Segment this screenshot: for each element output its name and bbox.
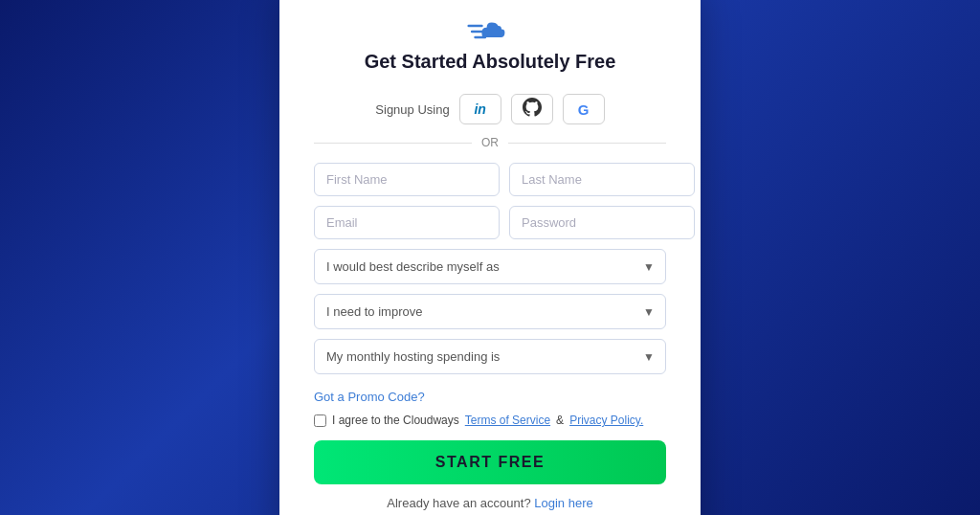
terms-of-service-link[interactable]: Terms of Service	[465, 414, 550, 427]
signup-using-row: Signup Using in G	[314, 94, 666, 124]
linkedin-icon: in	[474, 101, 485, 117]
logo-area: Get Started Absolutely Free	[314, 9, 666, 84]
email-input[interactable]	[314, 206, 500, 239]
start-free-button[interactable]: START FREE	[314, 440, 666, 484]
name-row	[314, 163, 666, 196]
last-name-input[interactable]	[509, 163, 695, 196]
linkedin-button[interactable]: in	[459, 94, 501, 124]
spending-select[interactable]: My monthly hosting spending is $0-$50 $5…	[314, 339, 666, 374]
github-button[interactable]	[511, 94, 553, 124]
first-name-input[interactable]	[314, 163, 500, 196]
divider-line-left	[314, 143, 472, 144]
improve-select-wrapper: I need to improve Performance Security S…	[314, 294, 666, 329]
github-icon	[523, 98, 542, 122]
login-row: Already have an account? Login here	[314, 496, 666, 510]
google-button[interactable]: G	[563, 94, 605, 124]
email-password-row	[314, 206, 666, 239]
and-text: &	[556, 414, 564, 427]
or-divider: OR	[314, 136, 666, 149]
login-link[interactable]: Login here	[534, 496, 592, 510]
describe-select-wrapper: I would best describe myself as Develope…	[314, 249, 666, 284]
improve-select[interactable]: I need to improve Performance Security S…	[314, 294, 666, 329]
login-text: Already have an account?	[387, 496, 530, 510]
password-input[interactable]	[509, 206, 695, 239]
divider-line-right	[508, 143, 666, 144]
signup-card: Get Started Absolutely Free Signup Using…	[279, 0, 701, 515]
cloudways-logo-icon	[467, 9, 513, 43]
signup-using-label: Signup Using	[375, 102, 449, 117]
google-icon: G	[578, 101, 590, 118]
terms-text: I agree to the Cloudways	[332, 414, 459, 427]
privacy-policy-link[interactable]: Privacy Policy.	[569, 414, 643, 427]
promo-code-link[interactable]: Got a Promo Code?	[314, 390, 425, 404]
describe-select[interactable]: I would best describe myself as Develope…	[314, 249, 666, 284]
terms-checkbox[interactable]	[314, 414, 326, 427]
terms-row: I agree to the Cloudways Terms of Servic…	[314, 414, 666, 427]
or-label: OR	[481, 136, 499, 149]
spending-select-wrapper: My monthly hosting spending is $0-$50 $5…	[314, 339, 666, 374]
card-title: Get Started Absolutely Free	[365, 51, 616, 73]
